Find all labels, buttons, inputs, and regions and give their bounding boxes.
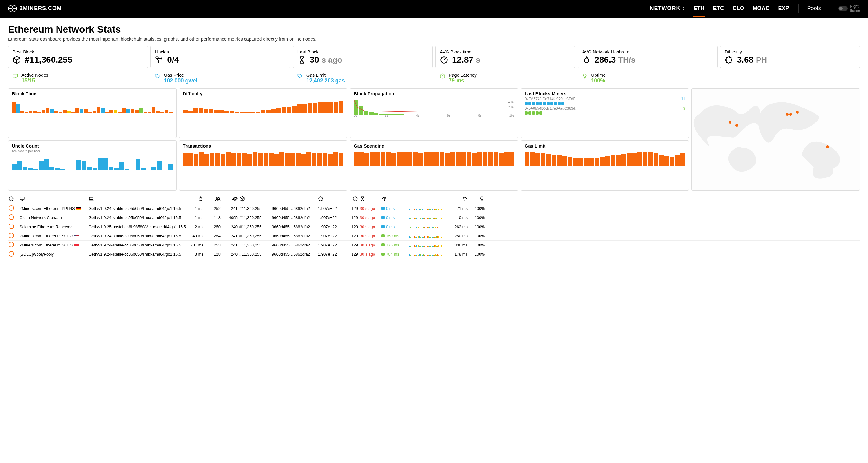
stat-value: 3.68 PH [737, 55, 767, 65]
chart-title: Difficulty [183, 91, 344, 96]
tab-clo[interactable]: CLO [732, 0, 745, 17]
network-label: NETWORK : [650, 5, 684, 11]
hourglass-icon [298, 56, 306, 64]
miner-row: 0x5A0b54D5dc17e0AadC383d…5 [525, 106, 685, 111]
node-uptime: 100% [469, 234, 485, 238]
table-row[interactable]: [SOLO]WoolyPooly Geth/v1.9.24-stable-cc0… [8, 249, 860, 259]
table-row[interactable]: 2Miners.com Ethereum PPLNS Geth/v1.9.24-… [8, 204, 860, 213]
node-name: 2Miners.com Ethereum SOLO [20, 243, 87, 247]
tab-eth[interactable]: ETH [693, 0, 705, 17]
table-row[interactable]: Solomine Ethereum Reserved Geth/v1.9.25-… [8, 222, 860, 231]
prop-cumulative-line [354, 98, 506, 113]
stat-label: Uncles [155, 49, 285, 54]
node-block: #11,360,255 [240, 206, 270, 211]
node-latency: 1 ms [188, 215, 204, 220]
status-icon [8, 251, 18, 257]
tab-moac[interactable]: MOAC [752, 0, 770, 17]
stat-value: 0/4 [167, 55, 179, 65]
node-block: #11,360,255 [240, 243, 270, 247]
node-ago: 30 s ago [360, 243, 380, 247]
chart-title: Last Blocks Miners [525, 91, 685, 96]
node-ping: 262 ms [448, 224, 468, 229]
svg-rect-18 [13, 8, 16, 9]
node-prop: 0 ms [381, 215, 407, 220]
node-diff: 1.907e+22 [318, 234, 341, 238]
status-icon [8, 223, 18, 230]
difficulty-chart: Difficulty [179, 88, 347, 138]
node-ping: 336 ms [448, 243, 468, 247]
node-prop: +84 ms [381, 252, 407, 256]
chart-title: Uncle Count [12, 143, 173, 148]
node-diff: 1.907e+22 [318, 243, 341, 247]
chart-title: Gas Spending [354, 143, 514, 148]
mini-label: Gas Price [164, 72, 197, 78]
gas-spending-chart: Gas Spending [350, 141, 518, 191]
node-uptime: 100% [469, 206, 485, 211]
node-hash: 9660d455…6862dfa2 [272, 243, 316, 247]
world-map [691, 88, 860, 191]
theme-switch[interactable] [838, 6, 847, 11]
mini-label: Active Nodes [21, 72, 48, 78]
mini-label: Page Latency [449, 72, 477, 78]
node-block: #11,360,255 [240, 252, 270, 256]
node-pending: 241 [222, 206, 238, 211]
theme-toggle[interactable]: Night theme [838, 4, 860, 13]
node-diff: 1.907e+22 [318, 206, 341, 211]
stat-value: 30 s ago [310, 55, 342, 65]
node-name: Clona Network-Clona.ru [20, 215, 87, 220]
mini-value: 102.000 gwei [164, 78, 197, 84]
node-prop: 0 ms [381, 224, 407, 229]
node-spark [409, 243, 443, 247]
node-client: Geth/v1.9.24-stable-cc05b050/linux-amd64… [89, 252, 186, 256]
last-blocks-miners: Last Blocks Miners 0xEA674fdDe714fd979de… [521, 88, 689, 138]
uncles-icon [155, 56, 163, 64]
logo[interactable]: 2MINERS.COM [8, 5, 62, 11]
table-row[interactable]: Clona Network-Clona.ru Geth/v1.9.24-stab… [8, 213, 860, 222]
stat-label: AVG Network Hashrate [582, 49, 713, 54]
status-icon [8, 233, 18, 239]
tab-etc[interactable]: ETC [713, 0, 725, 17]
node-txs: 129 [343, 224, 358, 229]
node-txs: 129 [343, 234, 358, 238]
mini-label: Gas Limit [306, 72, 345, 78]
node-spark [409, 207, 443, 210]
table-row[interactable]: 2Miners.com Ethereum SOLO Geth/v1.9.24-s… [8, 240, 860, 249]
uncle-count-chart: Uncle Count (25 blocks per bar) [8, 141, 177, 191]
mini-page latency: Page Latency 79 ms [435, 70, 575, 86]
flag-sg-icon [74, 244, 79, 247]
topbar: 2MINERS.COM NETWORK : ETHETCCLOMOACEXP P… [0, 0, 868, 18]
node-hash: 9660d455…6862dfa2 [272, 224, 316, 229]
node-txs: 129 [343, 206, 358, 211]
node-hash: 9660d455…6862dfa2 [272, 206, 316, 211]
stat-difficulty: Difficulty 3.68 PH [720, 46, 860, 68]
gas-limit-chart: Gas Limit [521, 141, 689, 191]
bulb-icon [582, 72, 588, 80]
stat-value: 286.3 TH/s [594, 55, 635, 65]
brand-text: 2MINERS.COM [20, 5, 62, 11]
node-latency: 2 ms [188, 224, 204, 229]
node-client: Geth/v1.9.24-stable-cc05b050/linux-amd64… [89, 215, 186, 220]
node-name: 2Miners.com Ethereum SOLO [20, 234, 87, 238]
block-time-chart: Block Time [8, 88, 177, 138]
transactions-chart: Transactions [179, 141, 347, 191]
table-row[interactable]: 2Miners.com Ethereum SOLO Geth/v1.9.24-s… [8, 231, 860, 240]
status-icon [8, 242, 18, 248]
svg-rect-17 [9, 8, 12, 9]
mini-value: 15/15 [21, 78, 48, 84]
node-txs: 129 [343, 243, 358, 247]
node-name: Solomine Ethereum Reserved [20, 224, 87, 229]
logo-icon [8, 5, 17, 11]
chart-sub: (25 blocks per bar) [12, 149, 173, 153]
node-client: Geth/v1.9.24-stable-cc05b050/linux-amd64… [89, 234, 186, 238]
puzzle-icon [725, 56, 733, 64]
node-block: #11,360,255 [240, 215, 270, 220]
cube-icon [12, 56, 21, 64]
tab-exp[interactable]: EXP [778, 0, 790, 17]
map-node-dot [786, 113, 788, 116]
node-pending: 241 [222, 243, 238, 247]
page-title: Ethereum Network Stats [8, 24, 860, 35]
stat-avg block time: AVG Block time 12.87 s [435, 46, 575, 68]
pools-link[interactable]: Pools [807, 5, 821, 11]
node-txs: 129 [343, 252, 358, 256]
stat-value: #11,360,255 [25, 55, 72, 65]
